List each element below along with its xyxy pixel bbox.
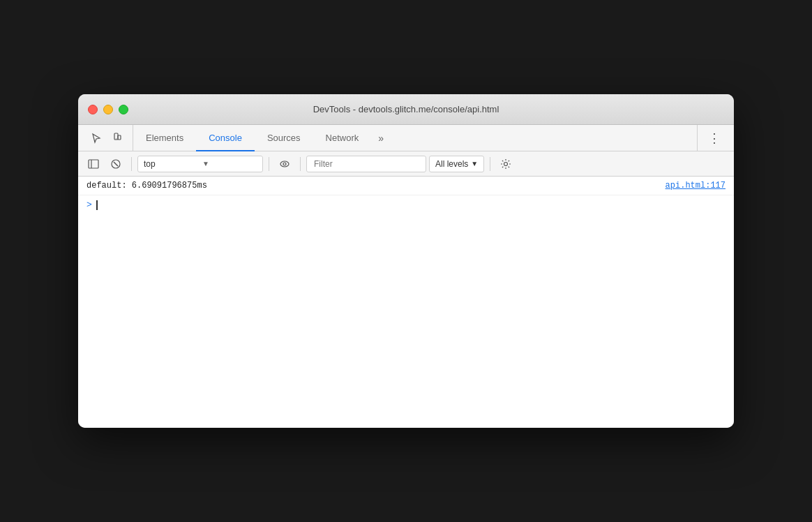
window-title: DevTools - devtools.glitch.me/console/ap… xyxy=(313,104,499,114)
eye-icon xyxy=(279,158,290,170)
svg-point-8 xyxy=(283,163,286,165)
show-sidebar-button[interactable] xyxy=(84,154,103,174)
console-prompt-icon: > xyxy=(87,200,92,210)
toolbar-divider-2 xyxy=(269,157,269,171)
console-toolbar: top ▼ All levels ▼ xyxy=(78,151,734,177)
tabbar: Elements Console Sources Network » ⋮ xyxy=(78,125,734,151)
inspect-element-button[interactable] xyxy=(87,128,106,148)
cursor-icon xyxy=(91,133,102,144)
chevron-down-icon: ▼ xyxy=(202,160,257,167)
console-content: default: 6.69091796875ms api.html:117 > xyxy=(78,177,734,428)
devtools-window: DevTools - devtools.glitch.me/console/ap… xyxy=(78,94,734,428)
log-text: default: 6.69091796875ms xyxy=(87,181,666,191)
toolbar-divider xyxy=(131,157,132,171)
console-settings-button[interactable] xyxy=(496,154,516,174)
minimize-button[interactable] xyxy=(103,105,113,114)
filter-input[interactable] xyxy=(306,156,426,172)
tabbar-icons xyxy=(81,125,133,151)
console-log-entry: default: 6.69091796875ms api.html:117 xyxy=(78,177,734,195)
clear-icon xyxy=(110,158,121,170)
close-button[interactable] xyxy=(88,105,98,114)
svg-rect-3 xyxy=(89,160,98,168)
log-levels-button[interactable]: All levels ▼ xyxy=(429,156,484,172)
more-tabs-button[interactable]: » xyxy=(371,125,391,151)
traffic-lights xyxy=(88,105,128,114)
console-cursor xyxy=(96,200,98,210)
toolbar-divider-3 xyxy=(300,157,301,171)
gear-icon xyxy=(500,158,511,170)
device-toolbar-button[interactable] xyxy=(107,128,127,148)
levels-chevron-icon: ▼ xyxy=(471,160,478,167)
devtools-menu-button[interactable]: ⋮ xyxy=(705,128,724,148)
device-icon xyxy=(112,133,123,144)
tabs: Elements Console Sources Network » xyxy=(133,125,697,151)
maximize-button[interactable] xyxy=(119,105,128,114)
tab-elements[interactable]: Elements xyxy=(133,125,196,151)
console-input-row[interactable]: > xyxy=(78,195,734,214)
svg-point-7 xyxy=(280,161,289,167)
tab-sources[interactable]: Sources xyxy=(255,125,313,151)
svg-line-6 xyxy=(114,162,118,166)
log-source-link[interactable]: api.html:117 xyxy=(666,181,725,191)
tab-network[interactable]: Network xyxy=(313,125,372,151)
clear-console-button[interactable] xyxy=(106,154,126,174)
toolbar-divider-4 xyxy=(490,157,490,171)
svg-point-9 xyxy=(504,162,508,165)
titlebar: DevTools - devtools.glitch.me/console/ap… xyxy=(78,94,734,125)
live-expressions-button[interactable] xyxy=(275,154,294,174)
sidebar-icon xyxy=(88,158,99,170)
tabbar-end: ⋮ xyxy=(697,125,731,151)
javascript-context-selector[interactable]: top ▼ xyxy=(137,156,263,172)
tab-console[interactable]: Console xyxy=(196,125,255,151)
svg-rect-1 xyxy=(118,135,121,140)
